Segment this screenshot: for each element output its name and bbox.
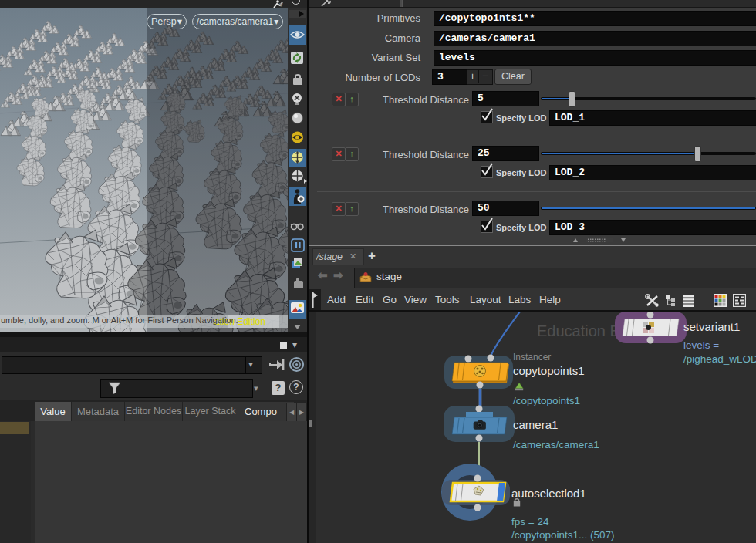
svg-text:levels =: levels = — [683, 339, 719, 351]
svg-text:/copytopoints1... (507): /copytopoints1... (507) — [511, 529, 615, 541]
svg-text:fps = 24: fps = 24 — [511, 516, 549, 528]
svg-text:/copytopoints1: /copytopoints1 — [513, 395, 580, 406]
svg-text:/cameras/camera1: /cameras/camera1 — [513, 439, 599, 450]
svg-text:copytopoints1: copytopoints1 — [513, 364, 585, 377]
svg-text:camera1: camera1 — [513, 418, 558, 431]
svg-text:Instancer: Instancer — [513, 352, 551, 363]
svg-text:autoselectlod1: autoselectlod1 — [511, 487, 586, 500]
svg-text:/pighead_wLOD: /pighead_wLOD — [683, 353, 756, 365]
svg-text:setvariant1: setvariant1 — [683, 320, 740, 333]
